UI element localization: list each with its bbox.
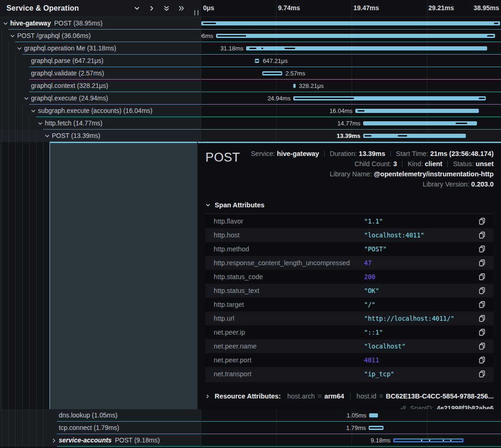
meta-library-version: 0.203.0 (471, 180, 494, 188)
attribute-value: "OK" (364, 287, 475, 294)
attribute-row: http.method"POST" (205, 242, 494, 256)
span-duration-label: 31.18ms (220, 45, 243, 52)
span-duration-label: 1.05ms (346, 412, 366, 419)
span-bar[interactable] (246, 46, 487, 50)
tree-row[interactable]: dns.lookup (1.05ms) 1.05ms (0, 409, 501, 422)
copy-icon[interactable] (479, 315, 485, 322)
attribute-key: http.response_content_length_uncompresse… (214, 259, 364, 267)
chevron-down-icon[interactable] (10, 33, 15, 39)
chevron-down-icon[interactable] (24, 96, 29, 101)
copy-icon[interactable] (479, 342, 485, 350)
chevron-down-icon[interactable] (31, 108, 36, 114)
tree-row[interactable]: graphql.operation Me (31.18ms) 31.18ms (0, 42, 501, 55)
copy-icon[interactable] (479, 231, 485, 239)
attribute-row: http.status_text"OK" (205, 284, 494, 298)
copy-icon[interactable] (479, 301, 485, 308)
span-duration-label: 328.21μs (299, 82, 324, 89)
timeline-ruler: 0μs 9.74ms 19.47ms 29.21ms 38.95ms (201, 0, 501, 17)
span-bar[interactable] (363, 134, 466, 138)
tree-row[interactable]: subgraph.execute (accounts) (16.04ms) 16… (0, 105, 501, 117)
meta-library-name: @opentelemetry/instrumentation-http (374, 170, 494, 178)
chevron-down-icon (205, 203, 210, 208)
copy-icon[interactable] (479, 329, 485, 336)
span-bar[interactable] (216, 34, 495, 38)
meta-kind: client (425, 160, 442, 168)
copy-icon[interactable] (479, 370, 485, 378)
tree-indent-guides (0, 142, 49, 409)
span-attributes-header[interactable]: Span Attributes (205, 201, 494, 209)
service-name: service-accounts (59, 436, 111, 444)
span-duration-label: 13.39ms (337, 132, 360, 139)
span-label: graphql.validate (2.57ms) (31, 69, 104, 77)
span-label: graphql.parse (647.21μs) (31, 57, 104, 64)
tree-row[interactable]: POST /graphql (36.06ms) 36.06ms (0, 30, 501, 42)
copy-icon[interactable] (479, 245, 485, 253)
meta-line-4: Library Version: 0.203.0 (251, 179, 494, 189)
resource-attributes-header[interactable]: Resource Attributes: host.arch=arm64 hos… (205, 392, 494, 400)
copy-icon[interactable] (479, 356, 485, 364)
span-bar[interactable] (369, 413, 378, 417)
attribute-row: http.url"http://localhost:4011/" (205, 311, 494, 325)
tree-row[interactable]: tcp.connect (1.79ms) 1.79ms (0, 422, 501, 434)
chevron-right-icon[interactable] (51, 438, 57, 443)
span-detail-section: POST Service: hive-gatewayDuration: 13.3… (0, 142, 501, 409)
span-bar[interactable] (355, 109, 479, 113)
page-title: Service & Operation (6, 4, 79, 12)
timeline-tick: 38.95ms (474, 4, 499, 12)
attribute-key: http.url (214, 315, 364, 322)
tree-row[interactable]: http.fetch (14.77ms) 14.77ms (0, 117, 501, 130)
attribute-row: http.target"/" (205, 298, 494, 311)
chevron-right-icon[interactable] (148, 5, 155, 12)
selected-span-highlight-box (49, 142, 197, 409)
span-bar[interactable] (393, 438, 464, 442)
attribute-key: net.peer.ip (214, 329, 364, 336)
tree-row-selected[interactable]: POST (13.39ms) 13.39ms (0, 130, 501, 142)
chevron-down-icon[interactable] (44, 133, 50, 139)
span-title: POST (205, 149, 240, 165)
attribute-value: "/" (364, 301, 475, 308)
chevron-down-icon[interactable] (3, 21, 8, 26)
span-bar[interactable] (201, 21, 500, 25)
span-bar[interactable] (262, 71, 282, 75)
span-duration-label: 16.04ms (329, 107, 353, 114)
tree-row[interactable]: hive-gatewayPOST (38.95ms) (0, 17, 501, 30)
span-label: tcp.connect (1.79ms) (59, 424, 119, 431)
span-bar[interactable] (293, 84, 296, 88)
column-resizer-grip[interactable] (194, 10, 198, 15)
attribute-row: http.response_content_length_uncompresse… (205, 256, 494, 270)
double-chevron-right-icon[interactable] (178, 5, 185, 12)
tree-row[interactable]: service-accountsPOST (9.18ms) 9.18ms (0, 434, 501, 447)
chevron-down-icon[interactable] (134, 5, 140, 12)
chevron-down-icon[interactable] (17, 46, 22, 51)
attribute-value: "http://localhost:4011/" (364, 315, 475, 322)
copy-icon[interactable] (479, 218, 485, 225)
selected-span-strip (0, 142, 198, 409)
span-bar[interactable] (255, 59, 259, 63)
span-duration-label: 36.06ms (201, 32, 213, 39)
span-duration-label: 647.21μs (263, 57, 288, 64)
attribute-value: 4011 (364, 356, 475, 364)
span-label: graphql.operation Me (31.18ms) (24, 44, 116, 52)
attribute-row: http.flavor"1.1" (205, 214, 494, 228)
tree-row[interactable]: graphql.execute (24.94ms) 24.94ms (0, 92, 501, 105)
copy-icon[interactable] (479, 287, 485, 294)
copy-icon[interactable] (479, 273, 485, 280)
tree-row[interactable]: graphql.validate (2.57ms) 2.57ms (0, 67, 501, 80)
span-label: http.fetch (14.77ms) (45, 119, 103, 127)
span-duration-label: 24.94ms (267, 95, 291, 102)
attribute-row: net.peer.port4011 (205, 353, 494, 367)
span-bar[interactable] (369, 426, 383, 430)
tree-row[interactable]: graphql.parse (647.21μs) 647.21μs (0, 55, 501, 67)
attribute-value: "::1" (364, 329, 475, 336)
double-chevron-down-icon[interactable] (163, 5, 170, 12)
attribute-key: net.transport (214, 370, 364, 378)
tree-row[interactable]: graphql.context (328.21μs) 328.21μs (0, 80, 501, 92)
attribute-value: "1.1" (364, 218, 475, 225)
span-bar[interactable] (293, 96, 486, 100)
copy-icon[interactable] (479, 259, 485, 267)
attribute-key: http.status_code (214, 273, 364, 280)
span-label: subgraph.execute (accounts) (16.04ms) (38, 107, 152, 114)
chevron-down-icon[interactable] (37, 121, 43, 126)
attribute-key: net.peer.name (214, 342, 364, 350)
span-bar[interactable] (363, 121, 477, 125)
